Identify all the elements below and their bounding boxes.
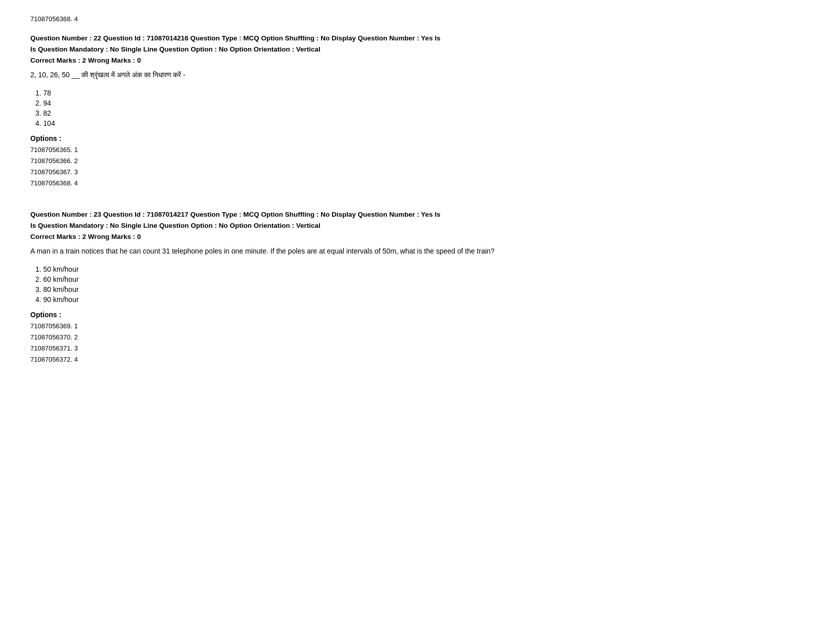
option-item-2-1: 1. 50 km/hour: [30, 265, 804, 273]
question-block-1: Question Number : 22 Question Id : 71087…: [30, 33, 804, 189]
option-item-2-2: 2. 60 km/hour: [30, 275, 804, 283]
option-item-1-1: 1. 78: [30, 89, 804, 97]
question-block-2: Question Number : 23 Question Id : 71087…: [30, 209, 804, 365]
correct-marks-2: Correct Marks : 2 Wrong Marks : 0: [30, 233, 804, 240]
option-id-2-3: 71087056371. 3: [30, 343, 804, 354]
question-text-2: A man in a train notices that he can cou…: [30, 245, 804, 257]
options-label-2: Options :: [30, 311, 804, 319]
question-text-1: 2, 10, 26, 50 __ की श्रृंखला में अगले अं…: [30, 69, 804, 80]
option-id-1-1: 71087056365. 1: [30, 144, 804, 156]
options-list-2: 1. 50 km/hour2. 60 km/hour3. 80 km/hour4…: [30, 265, 804, 304]
option-id-2-4: 71087056372. 4: [30, 354, 804, 365]
option-item-2-3: 3. 80 km/hour: [30, 285, 804, 293]
option-item-1-4: 4. 104: [30, 119, 804, 127]
option-item-1-3: 3. 82: [30, 109, 804, 117]
option-id-2-1: 71087056369. 1: [30, 321, 804, 332]
option-id-1-2: 71087056366. 2: [30, 156, 804, 167]
option-item-1-2: 2. 94: [30, 99, 804, 107]
top-id: 71087056368. 4: [30, 15, 804, 23]
question-meta-2: Question Number : 23 Question Id : 71087…: [30, 209, 804, 231]
options-label-1: Options :: [30, 134, 804, 142]
option-item-2-4: 4. 90 km/hour: [30, 295, 804, 304]
options-list-1: 1. 782. 943. 824. 104: [30, 89, 804, 127]
option-id-2-2: 71087056370. 2: [30, 332, 804, 343]
question-meta-1: Question Number : 22 Question Id : 71087…: [30, 33, 804, 55]
option-id-1-4: 71087056368. 4: [30, 178, 804, 189]
option-id-1-3: 71087056367. 3: [30, 167, 804, 178]
correct-marks-1: Correct Marks : 2 Wrong Marks : 0: [30, 57, 804, 64]
